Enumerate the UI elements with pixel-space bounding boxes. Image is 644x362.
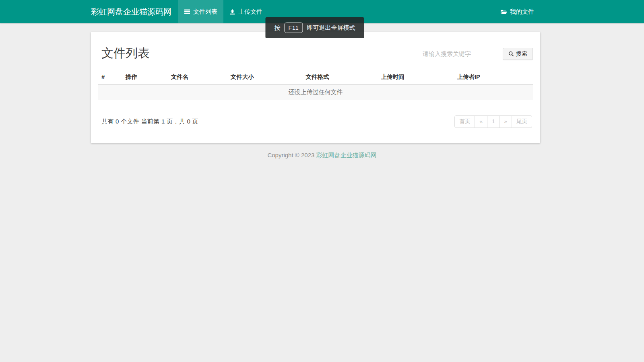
nav-item-label: 我的文件 (510, 8, 534, 16)
column-header-operation: 操作 (122, 70, 167, 85)
nav-item-file-list[interactable]: 文件列表 (178, 0, 223, 23)
nav-item-label: 文件列表 (193, 8, 217, 16)
file-table: # 操作 文件名 文件大小 文件格式 上传时间 上传者IP 还没上传过任何文件 (98, 70, 533, 100)
file-list-card: 文件列表 搜索 # 操作 文件名 文件大小 文件格式 (91, 32, 540, 143)
nav-item-label: 上传文件 (238, 8, 262, 16)
search-input[interactable] (422, 49, 499, 59)
pagination-page-1[interactable]: 1 (487, 115, 500, 128)
copyright-text: Copyright © 2023 (267, 152, 316, 158)
search-button-label: 搜索 (516, 50, 527, 58)
search-icon (508, 51, 514, 57)
pagination-next-button[interactable]: » (499, 115, 512, 128)
column-header-index: # (98, 70, 122, 85)
page-title: 文件列表 (101, 45, 150, 62)
pagination-last-button[interactable]: 尾页 (512, 115, 532, 128)
column-header-fileformat: 文件格式 (303, 70, 378, 85)
upload-icon (229, 9, 235, 15)
footer-site-link[interactable]: 彩虹网盘企业猫源码网 (316, 152, 377, 158)
pagination-first-button[interactable]: 首页 (454, 115, 475, 128)
list-icon (184, 8, 190, 15)
nav-item-upload[interactable]: 上传文件 (223, 0, 268, 23)
folder-open-icon (500, 9, 507, 15)
pagination-prev-button[interactable]: « (475, 115, 487, 128)
column-header-filesize: 文件大小 (227, 70, 303, 85)
brand-title[interactable]: 彩虹网盘企业猫源码网 (91, 0, 171, 23)
fullscreen-exit-toast: 按 F11 即可退出全屏模式 (265, 17, 364, 38)
search-button[interactable]: 搜索 (503, 48, 533, 60)
empty-state-row: 还没上传过任何文件 (98, 85, 533, 100)
file-count-summary: 共有 0 个文件 当前第 1 页，共 0 页 (101, 118, 198, 125)
column-header-uploadtime: 上传时间 (378, 70, 454, 85)
nav-item-my-files[interactable]: 我的文件 (494, 0, 540, 23)
site-footer: Copyright © 2023 彩虹网盘企业猫源码网 (0, 152, 644, 159)
toast-text-suffix: 即可退出全屏模式 (307, 24, 355, 32)
f11-key-badge: F11 (284, 23, 303, 33)
search-area: 搜索 (422, 48, 533, 60)
empty-state-message: 还没上传过任何文件 (98, 85, 533, 100)
pagination: 首页 « 1 » 尾页 (454, 115, 532, 128)
toast-text-prefix: 按 (274, 24, 280, 32)
column-header-filename: 文件名 (168, 70, 227, 85)
column-header-uploaderip: 上传者IP (454, 70, 533, 85)
table-header-row: # 操作 文件名 文件大小 文件格式 上传时间 上传者IP (98, 70, 533, 85)
